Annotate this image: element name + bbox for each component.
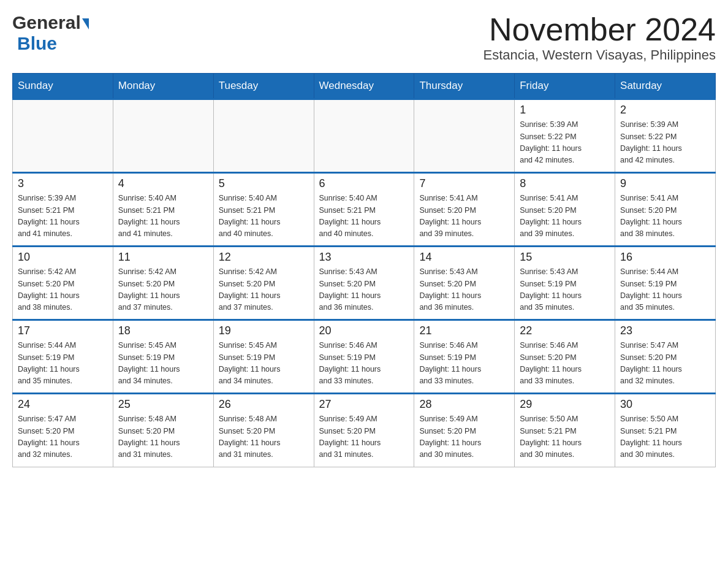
day-number: 13: [319, 251, 409, 264]
day-number: 17: [18, 324, 108, 337]
col-saturday: Saturday: [615, 74, 716, 99]
day-info: Sunrise: 5:43 AMSunset: 5:20 PMDaylight:…: [319, 266, 409, 314]
table-row: 19Sunrise: 5:45 AMSunset: 5:19 PMDayligh…: [213, 320, 314, 394]
table-row: 18Sunrise: 5:45 AMSunset: 5:19 PMDayligh…: [113, 320, 213, 394]
day-number: 9: [620, 177, 710, 190]
day-number: 14: [419, 251, 509, 264]
calendar-table: Sunday Monday Tuesday Wednesday Thursday…: [12, 73, 716, 467]
day-info: Sunrise: 5:41 AMSunset: 5:20 PMDaylight:…: [620, 193, 710, 240]
logo-general-text: General: [12, 12, 81, 33]
day-info: Sunrise: 5:43 AMSunset: 5:20 PMDaylight:…: [419, 266, 509, 314]
table-row: 3Sunrise: 5:39 AMSunset: 5:21 PMDaylight…: [13, 173, 113, 247]
calendar-week-3: 10Sunrise: 5:42 AMSunset: 5:20 PMDayligh…: [13, 247, 716, 320]
day-number: 19: [219, 324, 309, 337]
table-row: 29Sunrise: 5:50 AMSunset: 5:21 PMDayligh…: [515, 394, 615, 467]
calendar-header-row: Sunday Monday Tuesday Wednesday Thursday…: [13, 74, 716, 99]
calendar-week-5: 24Sunrise: 5:47 AMSunset: 5:20 PMDayligh…: [13, 394, 716, 467]
day-info: Sunrise: 5:48 AMSunset: 5:20 PMDaylight:…: [118, 413, 208, 461]
day-number: 6: [319, 177, 409, 190]
day-info: Sunrise: 5:47 AMSunset: 5:20 PMDaylight:…: [18, 413, 108, 461]
day-info: Sunrise: 5:40 AMSunset: 5:21 PMDaylight:…: [118, 193, 208, 240]
day-info: Sunrise: 5:41 AMSunset: 5:20 PMDaylight:…: [520, 193, 610, 240]
day-info: Sunrise: 5:49 AMSunset: 5:20 PMDaylight:…: [419, 413, 509, 461]
table-row: 1Sunrise: 5:39 AMSunset: 5:22 PMDaylight…: [515, 99, 615, 173]
day-info: Sunrise: 5:39 AMSunset: 5:22 PMDaylight:…: [520, 119, 610, 167]
day-number: 25: [118, 398, 208, 411]
day-info: Sunrise: 5:39 AMSunset: 5:21 PMDaylight:…: [18, 193, 108, 240]
table-row: 24Sunrise: 5:47 AMSunset: 5:20 PMDayligh…: [13, 394, 113, 467]
day-info: Sunrise: 5:50 AMSunset: 5:21 PMDaylight:…: [520, 413, 610, 461]
table-row: 21Sunrise: 5:46 AMSunset: 5:19 PMDayligh…: [414, 320, 515, 394]
table-row: 11Sunrise: 5:42 AMSunset: 5:20 PMDayligh…: [113, 247, 213, 320]
day-number: 21: [419, 324, 509, 337]
calendar-week-1: 1Sunrise: 5:39 AMSunset: 5:22 PMDaylight…: [13, 99, 716, 173]
table-row: 26Sunrise: 5:48 AMSunset: 5:20 PMDayligh…: [213, 394, 314, 467]
table-row: 17Sunrise: 5:44 AMSunset: 5:19 PMDayligh…: [13, 320, 113, 394]
table-row: 22Sunrise: 5:46 AMSunset: 5:20 PMDayligh…: [515, 320, 615, 394]
day-info: Sunrise: 5:44 AMSunset: 5:19 PMDaylight:…: [620, 266, 710, 314]
day-number: 26: [219, 398, 309, 411]
table-row: 2Sunrise: 5:39 AMSunset: 5:22 PMDaylight…: [615, 99, 716, 173]
col-wednesday: Wednesday: [314, 74, 414, 99]
table-row: 4Sunrise: 5:40 AMSunset: 5:21 PMDaylight…: [113, 173, 213, 247]
day-info: Sunrise: 5:45 AMSunset: 5:19 PMDaylight:…: [219, 340, 309, 388]
day-info: Sunrise: 5:40 AMSunset: 5:21 PMDaylight:…: [219, 193, 309, 240]
table-row: 9Sunrise: 5:41 AMSunset: 5:20 PMDaylight…: [615, 173, 716, 247]
day-info: Sunrise: 5:42 AMSunset: 5:20 PMDaylight:…: [18, 266, 108, 314]
day-info: Sunrise: 5:43 AMSunset: 5:19 PMDaylight:…: [520, 266, 610, 314]
day-number: 23: [620, 324, 710, 337]
day-info: Sunrise: 5:44 AMSunset: 5:19 PMDaylight:…: [18, 340, 108, 388]
table-row: [314, 99, 414, 173]
col-friday: Friday: [515, 74, 615, 99]
day-info: Sunrise: 5:48 AMSunset: 5:20 PMDaylight:…: [219, 413, 309, 461]
day-info: Sunrise: 5:46 AMSunset: 5:20 PMDaylight:…: [520, 340, 610, 388]
table-row: 5Sunrise: 5:40 AMSunset: 5:21 PMDaylight…: [213, 173, 314, 247]
day-number: 5: [219, 177, 309, 190]
day-info: Sunrise: 5:46 AMSunset: 5:19 PMDaylight:…: [419, 340, 509, 388]
table-row: 27Sunrise: 5:49 AMSunset: 5:20 PMDayligh…: [314, 394, 414, 467]
day-number: 1: [520, 104, 610, 117]
table-row: 20Sunrise: 5:46 AMSunset: 5:19 PMDayligh…: [314, 320, 414, 394]
day-number: 16: [620, 251, 710, 264]
day-number: 18: [118, 324, 208, 337]
col-thursday: Thursday: [414, 74, 515, 99]
day-info: Sunrise: 5:50 AMSunset: 5:21 PMDaylight:…: [620, 413, 710, 461]
day-number: 11: [118, 251, 208, 264]
day-number: 8: [520, 177, 610, 190]
day-number: 7: [419, 177, 509, 190]
day-number: 28: [419, 398, 509, 411]
table-row: 15Sunrise: 5:43 AMSunset: 5:19 PMDayligh…: [515, 247, 615, 320]
table-row: 12Sunrise: 5:42 AMSunset: 5:20 PMDayligh…: [213, 247, 314, 320]
table-row: 25Sunrise: 5:48 AMSunset: 5:20 PMDayligh…: [113, 394, 213, 467]
day-number: 10: [18, 251, 108, 264]
table-row: [113, 99, 213, 173]
col-tuesday: Tuesday: [213, 74, 314, 99]
col-monday: Monday: [113, 74, 213, 99]
day-info: Sunrise: 5:42 AMSunset: 5:20 PMDaylight:…: [118, 266, 208, 314]
page-subtitle: Estancia, Western Visayas, Philippines: [483, 47, 716, 63]
table-row: 14Sunrise: 5:43 AMSunset: 5:20 PMDayligh…: [414, 247, 515, 320]
table-row: [213, 99, 314, 173]
day-number: 2: [620, 104, 710, 117]
day-number: 12: [219, 251, 309, 264]
day-info: Sunrise: 5:47 AMSunset: 5:20 PMDaylight:…: [620, 340, 710, 388]
day-number: 3: [18, 177, 108, 190]
table-row: 16Sunrise: 5:44 AMSunset: 5:19 PMDayligh…: [615, 247, 716, 320]
table-row: 13Sunrise: 5:43 AMSunset: 5:20 PMDayligh…: [314, 247, 414, 320]
table-row: 8Sunrise: 5:41 AMSunset: 5:20 PMDaylight…: [515, 173, 615, 247]
day-info: Sunrise: 5:45 AMSunset: 5:19 PMDaylight:…: [118, 340, 208, 388]
table-row: [414, 99, 515, 173]
calendar-week-4: 17Sunrise: 5:44 AMSunset: 5:19 PMDayligh…: [13, 320, 716, 394]
day-number: 27: [319, 398, 409, 411]
page-title: November 2024: [483, 12, 716, 47]
day-number: 30: [620, 398, 710, 411]
day-info: Sunrise: 5:42 AMSunset: 5:20 PMDaylight:…: [219, 266, 309, 314]
day-info: Sunrise: 5:41 AMSunset: 5:20 PMDaylight:…: [419, 193, 509, 240]
col-sunday: Sunday: [13, 74, 113, 99]
day-number: 20: [319, 324, 409, 337]
day-number: 22: [520, 324, 610, 337]
day-number: 15: [520, 251, 610, 264]
table-row: 7Sunrise: 5:41 AMSunset: 5:20 PMDaylight…: [414, 173, 515, 247]
table-row: 28Sunrise: 5:49 AMSunset: 5:20 PMDayligh…: [414, 394, 515, 467]
day-info: Sunrise: 5:40 AMSunset: 5:21 PMDaylight:…: [319, 193, 409, 240]
